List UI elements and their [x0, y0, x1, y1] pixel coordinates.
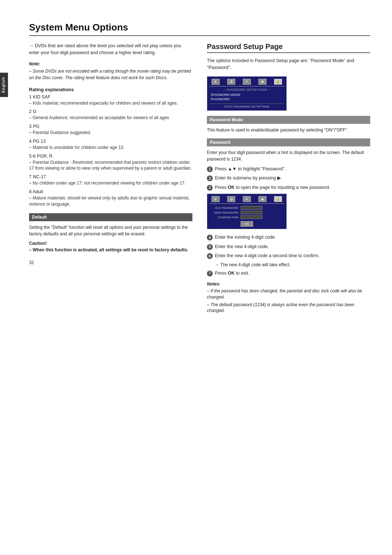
menu-mock-footer: GOTO PASSWORD SETUP PAGE [209, 104, 284, 108]
menu-mock-item-2: PASSWORD [209, 97, 284, 101]
rating-item: 3 PG – Parental Guidance suggested. [29, 124, 192, 136]
page-title: System Menu Options [29, 22, 370, 36]
step-number: 4 [207, 235, 213, 240]
notes-label: Notes: [207, 281, 370, 287]
confirm-pwd-field [241, 215, 262, 219]
rating-number: 1 KID SAF [29, 94, 192, 100]
step-text: Enter its submenu by pressing ▶. [215, 175, 370, 182]
step-number: 1 [207, 166, 213, 172]
password-input-mock: ⊞ ⏻ ⚙ ▦ 🔒 OLD PASSWORD NEW PASSWORD CONF… [207, 194, 287, 229]
page-container: English System Menu Options → DVDs that … [0, 0, 392, 555]
caution-label: Caution! [29, 241, 192, 246]
pwd-icon-1: ⊞ [212, 196, 220, 202]
rating-item: 5-6 PGR, R – Parental Guidance - Restric… [29, 154, 192, 172]
confirm-pwd-label: CONFIRM PWD [209, 216, 238, 219]
rating-item: 7 NC-17 – No children under age 17; not … [29, 174, 192, 186]
pwd-ok-button: OK [241, 221, 253, 227]
step-item: 4Enter the existing 4-digit code. [207, 234, 370, 241]
menu-mock-title: – PASSWORD SETUP PAGE – [209, 88, 284, 92]
two-column-layout: → DVDs that are rated above the level yo… [29, 42, 370, 315]
steps-list: 1Press ▲▼ to highlight "Password".2Enter… [207, 166, 370, 314]
pwd-icon-2: ⏻ [227, 196, 235, 202]
note-block: Note: – Some DVDs are not encoded with a… [29, 61, 192, 81]
step-item: 3Press OK to open the page for inputting… [207, 185, 370, 191]
step-item: 2Enter its submenu by pressing ▶. [207, 175, 370, 182]
right-column: Password Setup Page The options included… [207, 42, 370, 315]
notes-block: Notes:– If the password has been changed… [207, 281, 370, 314]
rating-list: 1 KID SAF – Kids material; recommended e… [29, 94, 192, 207]
old-pwd-field [241, 206, 262, 210]
rating-desc: – Mature materials; should be viewed onl… [29, 195, 192, 207]
rating-desc: – Material is unsuitable for children un… [29, 145, 192, 151]
intro-text: → DVDs that are rated above the level yo… [29, 42, 192, 56]
pwd-icon-3: ⚙ [243, 196, 251, 202]
password-content: Enter your four digit password when a hi… [207, 149, 370, 162]
step-number: 6 [207, 253, 213, 259]
rating-number: 8 Adult [29, 189, 192, 194]
pwd-icon-4: ▦ [258, 196, 266, 202]
old-pwd-label: OLD PASSWORD [209, 206, 238, 210]
notes-item: – If the password has been changed, the … [207, 288, 370, 300]
rating-number: 2 G [29, 109, 192, 114]
pwd-ok-row: OK [209, 221, 284, 227]
rating-item: 2 G – General Audience; recommended as a… [29, 109, 192, 121]
pwd-row-confirm: CONFIRM PWD [209, 215, 284, 219]
rating-number: 3 PG [29, 124, 192, 129]
menu-icons: ⊞ ⏻ ⚙ ▦ 🔒 [209, 79, 284, 86]
rating-desc: – Parental Guidance - Restricted; recomm… [29, 159, 192, 172]
menu-icon-5: 🔒 [274, 79, 282, 85]
password-box: Password [207, 138, 370, 146]
step-text: Enter the existing 4-digit code. [215, 234, 370, 241]
step-number: 2 [207, 175, 213, 181]
caution-text: – When this function is activated, all s… [29, 247, 192, 253]
rating-desc: – General Audience; recommended as accep… [29, 115, 192, 121]
menu-screenshot: ⊞ ⏻ ⚙ ▦ 🔒 – PASSWORD SETUP PAGE – PASSWO… [207, 76, 287, 111]
rating-number: 5-6 PGR, R [29, 154, 192, 159]
step-text: Enter the new 4-digit code. [215, 244, 370, 250]
pwd-icon-5: 🔒 [274, 196, 282, 202]
pwd-row-new: NEW PASSWORD [209, 211, 284, 214]
step-number: 3 [207, 185, 213, 191]
menu-icon-3: ⚙ [243, 79, 251, 85]
default-content: Setting the "Default" function will rese… [29, 224, 192, 237]
step-number: 5 [207, 244, 213, 250]
menu-icon-4: ▦ [258, 79, 266, 85]
rating-desc: – Kids material; recommended especially … [29, 100, 192, 106]
pwd-row-old: OLD PASSWORD [209, 206, 284, 210]
right-intro: The options included in Password Setup p… [207, 57, 370, 71]
rating-number: 4 PG 13 [29, 139, 192, 144]
note-label: Note: [29, 61, 192, 66]
new-pwd-label: NEW PASSWORD [209, 211, 238, 214]
default-section-box: Default [29, 213, 192, 221]
rating-item: 1 KID SAF – Kids material; recommended e… [29, 94, 192, 106]
page-number: 32 [29, 260, 192, 265]
menu-icon-2: ⏻ [227, 79, 235, 85]
rating-heading: Rating explanations [29, 87, 192, 92]
password-mode-content: This feature is used to enable/disable p… [207, 127, 370, 133]
step-item: 1Press ▲▼ to highlight "Password". [207, 166, 370, 173]
step-number: 7 [207, 271, 213, 276]
rating-desc: – No children under age 17; not recommen… [29, 180, 192, 186]
step-text: Press OK to exit. [215, 270, 370, 277]
left-column: → DVDs that are rated above the level yo… [29, 42, 192, 315]
rating-desc: – Parental Guidance suggested. [29, 130, 192, 136]
rating-item: 8 Adult – Mature materials; should be vi… [29, 189, 192, 207]
step-item: 5Enter the new 4-digit code. [207, 244, 370, 250]
step-item: 7Press OK to exit. [207, 270, 370, 277]
language-tab: English [0, 73, 8, 97]
rating-number: 7 NC-17 [29, 174, 192, 179]
step-text: Press ▲▼ to highlight "Password". [215, 166, 370, 173]
step-text: Enter the new 4-digit code a second time… [215, 253, 370, 259]
step-text: Press OK to open the page for inputting … [215, 185, 370, 191]
rating-item: 4 PG 13 – Material is unsuitable for chi… [29, 139, 192, 151]
pwd-mock-icons: ⊞ ⏻ ⚙ ▦ 🔒 [209, 196, 284, 204]
password-setup-title: Password Setup Page [207, 42, 370, 53]
password-mode-box: Password Mode [207, 116, 370, 124]
step-item: 6Enter the new 4-digit code a second tim… [207, 253, 370, 259]
menu-mock-item-1: PASSWORD MODE [209, 93, 284, 97]
notes-item: – The default password (1234) is always … [207, 302, 370, 314]
menu-icon-1: ⊞ [212, 79, 220, 85]
new-pwd-field [241, 211, 262, 214]
arrow-note: → The new 4-digit code will take effect. [215, 262, 370, 267]
note-text: – Some DVDs are not encoded with a ratin… [29, 68, 192, 81]
